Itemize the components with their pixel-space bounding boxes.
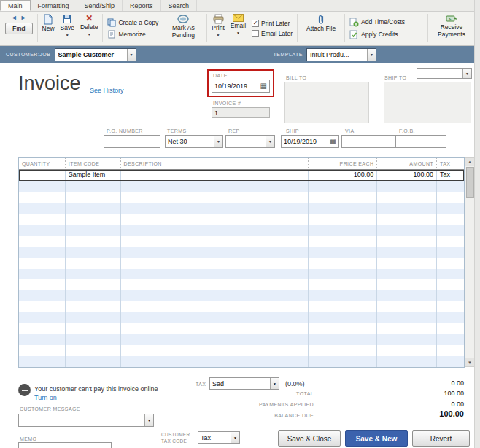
table-cell-price-each[interactable] [309,203,378,214]
customer-job-dropdown-arrow-icon[interactable]: ▼ [127,49,136,61]
table-cell-quantity[interactable] [19,323,66,334]
table-cell-amount[interactable] [377,334,437,345]
table-header-price-each[interactable]: PRICE EACH [309,158,378,169]
table-row[interactable] [19,323,464,334]
table-cell-price-each[interactable] [309,181,378,192]
save-button[interactable]: Save ▼ [58,12,77,44]
table-cell-item-code[interactable] [66,181,121,192]
table-header-quantity[interactable]: QUANTITY [19,158,66,169]
table-cell-quantity[interactable] [19,356,66,367]
table-cell-price-each[interactable] [309,225,378,236]
table-row[interactable] [19,247,464,258]
table-cell-amount[interactable] [377,192,437,203]
table-cell-item-code[interactable] [66,203,121,214]
table-cell-price-each[interactable] [309,312,378,323]
table-cell-description[interactable] [121,345,309,356]
customer-job-dropdown[interactable]: Sample Customer ▼ [55,48,136,61]
table-cell-description[interactable] [121,181,309,192]
table-cell-price-each[interactable] [309,236,378,247]
print-later-checkbox[interactable]: ✓ Print Later [252,20,290,27]
table-row[interactable] [19,203,464,214]
print-button[interactable]: Print ▼ [209,12,227,44]
table-cell-price-each[interactable] [309,290,378,301]
new-button[interactable]: New [39,12,58,44]
table-cell-description[interactable] [121,214,309,225]
table-cell-amount[interactable] [377,323,437,334]
table-cell-amount[interactable] [377,356,437,367]
ship-to-dropdown[interactable]: ▼ [417,68,472,79]
ship-date-field[interactable]: 10/19/2019 ▦ [281,135,339,148]
forward-arrow-icon[interactable]: ► [20,14,27,21]
table-cell-description[interactable] [121,290,309,301]
back-arrow-icon[interactable]: ◄ [11,14,18,21]
table-cell-amount[interactable] [377,247,437,258]
table-cell-amount[interactable]: 100.00 [377,170,437,181]
table-cell-quantity[interactable] [19,236,66,247]
table-cell-item-code[interactable] [66,269,121,279]
table-cell-tax[interactable] [437,203,464,214]
table-cell-item-code[interactable] [66,290,121,301]
tax-dropdown[interactable]: Sad ▼ [209,377,279,390]
template-dropdown-arrow-icon[interactable]: ▼ [367,49,376,61]
ship-to-dropdown-arrow-icon[interactable]: ▼ [462,69,471,78]
table-cell-item-code[interactable] [66,192,121,203]
table-cell-price-each[interactable] [309,334,378,345]
save-and-close-button[interactable]: Save & Close [278,430,341,447]
table-cell-price-each[interactable] [309,269,378,279]
table-header-tax[interactable]: TAX [437,158,464,169]
table-cell-quantity[interactable] [19,214,66,225]
table-cell-price-each[interactable] [309,214,378,225]
scroll-up-icon[interactable]: ▲ [465,158,474,166]
delete-button[interactable]: ✕ Delete ▼ [77,12,101,44]
table-row[interactable] [19,290,464,301]
receive-payments-button[interactable]: $ Receive Payments [430,12,473,44]
terms-dropdown[interactable]: Net 30 ▼ [165,135,223,148]
table-row[interactable] [19,334,464,345]
table-row[interactable] [19,236,464,247]
table-cell-tax[interactable] [437,258,464,269]
table-cell-amount[interactable] [377,269,437,279]
calendar-icon[interactable]: ▦ [330,138,336,145]
save-dropdown-arrow-icon[interactable]: ▼ [66,33,69,37]
create-copy-button[interactable]: Create a Copy [107,18,158,27]
table-cell-item-code[interactable] [66,345,121,356]
table-cell-amount[interactable] [377,225,437,236]
table-cell-item-code[interactable] [66,247,121,258]
table-cell-description[interactable] [121,279,309,290]
table-cell-tax[interactable] [437,214,464,225]
tab-main[interactable]: Main [0,0,31,11]
table-row[interactable]: Sample Item100.00100.00Tax [19,170,464,181]
table-cell-tax[interactable] [437,236,464,247]
table-cell-description[interactable] [121,312,309,323]
customer-message-dropdown[interactable]: ▼ [18,414,154,427]
table-cell-item-code[interactable] [66,279,121,290]
table-cell-tax[interactable] [437,301,464,312]
table-cell-amount[interactable] [377,203,437,214]
table-cell-item-code[interactable] [66,312,121,323]
tax-dropdown-arrow-icon[interactable]: ▼ [270,378,279,389]
find-button[interactable]: Find [5,23,33,34]
table-cell-item-code[interactable] [66,301,121,312]
see-history-link[interactable]: See History [90,87,124,94]
scrollbar-thumb[interactable] [466,167,474,198]
table-cell-description[interactable] [121,225,309,236]
table-cell-quantity[interactable] [19,279,66,290]
table-cell-description[interactable] [121,247,309,258]
table-cell-amount[interactable] [377,301,437,312]
table-row[interactable] [19,225,464,236]
table-cell-amount[interactable] [377,312,437,323]
table-cell-amount[interactable] [377,181,437,192]
table-header-amount[interactable]: AMOUNT [377,158,437,169]
table-cell-description[interactable] [121,170,309,181]
date-field[interactable]: 10/19/2019 ▦ [212,80,270,93]
table-cell-tax[interactable] [437,269,464,279]
table-cell-tax[interactable] [437,312,464,323]
table-cell-quantity[interactable] [19,334,66,345]
table-cell-tax[interactable] [437,181,464,192]
table-cell-price-each[interactable] [309,258,378,269]
table-cell-amount[interactable] [377,236,437,247]
table-cell-item-code[interactable] [66,225,121,236]
table-cell-quantity[interactable] [19,225,66,236]
table-cell-price-each[interactable] [309,323,378,334]
table-cell-quantity[interactable] [19,247,66,258]
